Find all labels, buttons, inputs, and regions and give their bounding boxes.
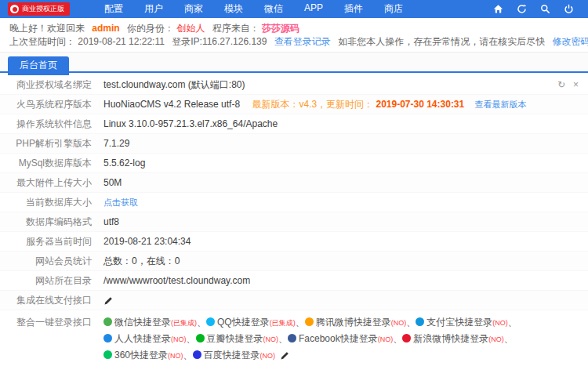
menu-item-modules[interactable]: 模块 — [224, 2, 243, 16]
row-login-label: 整合一键登录接口 — [0, 314, 103, 329]
row-domain: 商业授权域名绑定 test.cloundway.com (默认端口:80) ↻ … — [0, 75, 588, 95]
login-item-sina-weibo: 新浪微博快捷登录(NO) — [402, 333, 514, 344]
license-badge-label: 商业授权正版 — [22, 4, 64, 14]
panel-controls: ↻ × — [557, 79, 579, 90]
wechat-icon — [103, 317, 112, 326]
menu-item-app[interactable]: APP — [304, 2, 323, 16]
version-latest-label: 最新版本：v4.3，更新时间： — [252, 99, 373, 110]
login-item-alipay: 支付宝快捷登录(NO) — [416, 317, 517, 328]
welcome-text: 晚上好！欢迎回来 — [9, 23, 85, 34]
row-site-dir: 网站所在目录 /www/wwwroot/test.cloundway.com — [0, 271, 588, 291]
license-badge: 商业授权正版 — [8, 2, 70, 16]
menu-item-store[interactable]: 商店 — [384, 2, 403, 16]
tab-backend-home[interactable]: 后台首页 — [8, 56, 69, 75]
login-item-douban: 豆瓣快捷登录(NO) — [196, 333, 289, 344]
row-db-charset: 数据库编码格式 utf8 — [0, 212, 588, 232]
system-info-panel: 商业授权域名绑定 test.cloundway.com (默认端口:80) ↻ … — [0, 73, 588, 366]
row-server-time-label: 服务器当前时间 — [0, 235, 103, 248]
db-size-fetch-link[interactable]: 点击获取 — [103, 197, 138, 207]
row-site-dir-label: 网站所在目录 — [0, 274, 103, 288]
menu-item-merchants[interactable]: 商家 — [184, 2, 203, 16]
panel-close-icon[interactable]: × — [573, 79, 579, 90]
row-domain-value: test.cloundway.com (默认端口:80) — [103, 78, 245, 92]
security-warning: 如非您本人操作，存在异常情况，请在核实后尽快 — [338, 36, 545, 47]
last-login-time: 2019-08-21 12:22:11 — [78, 36, 165, 47]
menu-item-wechat[interactable]: 微信 — [264, 2, 283, 16]
main-menu: 配置 用户 商家 模块 微信 APP 插件 商店 — [104, 2, 403, 16]
row-version-label: 火鸟系统程序版本 — [0, 98, 103, 111]
panel-refresh-icon[interactable]: ↻ — [557, 79, 565, 90]
row-db-size-label: 当前数据库大小 — [0, 196, 103, 209]
row-os: 操作系统软件信息 Linux 3.10.0-957.21.3.el7.x86_6… — [0, 114, 588, 134]
row-server-time: 服务器当前时间 2019-08-21 23:04:34 — [0, 232, 588, 252]
facebook-icon — [288, 334, 296, 342]
view-login-records-link[interactable]: 查看登录记录 — [274, 36, 331, 47]
row-server-time-value: 2019-08-21 23:04:34 — [103, 236, 191, 247]
search-icon[interactable] — [540, 4, 550, 14]
login-item-360: 360快捷登录(NO) — [103, 350, 193, 361]
login-ip: 登录IP:116.27.126.139 — [172, 36, 267, 47]
login-item-qq: QQ快捷登录(已集成) — [206, 317, 305, 328]
login-item-tencent-weibo: 腾讯微博快捷登录(NO) — [305, 317, 416, 328]
row-upload-size: 最大附件上传大小 50M — [0, 173, 588, 193]
douban-icon — [196, 334, 205, 342]
version-latest-time: 2019-07-30 14:30:31 — [376, 99, 464, 110]
refresh-icon[interactable] — [517, 4, 527, 14]
home-icon[interactable] — [493, 4, 503, 14]
row-os-value: Linux 3.10.0-957.21.3.el7.x86_64/Apache — [103, 118, 278, 129]
source-label: 程序来自： — [212, 23, 260, 34]
menu-item-users[interactable]: 用户 — [144, 2, 163, 16]
menu-item-plugins[interactable]: 插件 — [344, 2, 363, 16]
version-current: HuoNiaoCMS v4.2 Release utf-8 — [103, 99, 240, 110]
edit-payment-icon[interactable] — [103, 296, 113, 306]
last-login-line: 上次登陆时间： 2019-08-21 12:22:11 登录IP:116.27.… — [9, 35, 579, 49]
sina-weibo-icon — [402, 334, 411, 342]
row-version-value: HuoNiaoCMS v4.2 Release utf-8 最新版本：v4.3，… — [103, 98, 527, 111]
qq-icon — [206, 317, 215, 326]
row-mysql-value: 5.5.62-log — [103, 158, 145, 169]
navbar-icons — [493, 4, 580, 14]
alipay-icon — [416, 317, 424, 326]
welcome-line: 晚上好！欢迎回来 admin 你的身份： 创始人 程序来自： 莎莎源码 — [9, 22, 579, 35]
row-db-charset-value: utf8 — [103, 216, 119, 227]
menu-item-config[interactable]: 配置 — [104, 2, 123, 16]
row-member-stats-value: 总数：0，在线：0 — [103, 255, 180, 268]
login-item-baidu: 百度快捷登录(NO) — [193, 350, 276, 361]
tab-bar: 后台首页 — [0, 53, 588, 73]
row-version: 火鸟系统程序版本 HuoNiaoCMS v4.2 Release utf-8 最… — [0, 95, 588, 114]
row-member-stats-label: 网站会员统计 — [0, 255, 103, 268]
row-db-charset-label: 数据库编码格式 — [0, 216, 103, 229]
row-site-dir-value: /www/wwwroot/test.cloundway.com — [103, 275, 250, 286]
row-db-size: 当前数据库大小 点击获取 — [0, 193, 588, 212]
row-os-label: 操作系统软件信息 — [0, 118, 103, 131]
row-mysql-label: MySql数据库版本 — [0, 157, 103, 170]
row-upload-size-value: 50M — [103, 177, 122, 188]
tencent-weibo-icon — [305, 317, 314, 326]
greeting-bar: 晚上好！欢迎回来 admin 你的身份： 创始人 程序来自： 莎莎源码 上次登陆… — [0, 18, 588, 53]
row-payment-label: 集成在线支付接口 — [0, 294, 103, 307]
identity-value: 创始人 — [176, 23, 205, 34]
360-icon — [103, 350, 112, 359]
last-login-label: 上次登陆时间： — [9, 36, 75, 47]
source-link[interactable]: 莎莎源码 — [262, 23, 299, 34]
baidu-icon — [193, 350, 201, 359]
power-icon[interactable] — [564, 4, 574, 14]
change-password-link[interactable]: 修改密码 — [552, 36, 588, 47]
row-login-integrations: 整合一键登录接口 微信快捷登录(已集成)QQ快捷登录(已集成)腾讯微博快捷登录(… — [0, 310, 588, 366]
login-item-renren: 人人快捷登录(NO) — [103, 333, 196, 344]
identity-label: 你的身份： — [127, 23, 174, 34]
login-item-facebook: Facebook快捷登录(NO) — [288, 333, 402, 344]
row-php-label: PHP解析引擎版本 — [0, 137, 103, 150]
login-item-wechat: 微信快捷登录(已集成) — [103, 317, 206, 328]
row-payment: 集成在线支付接口 — [0, 291, 588, 310]
top-navbar: 商业授权正版 配置 用户 商家 模块 微信 APP 插件 商店 — [0, 0, 588, 18]
row-domain-label: 商业授权域名绑定 — [0, 78, 103, 92]
renren-icon — [103, 334, 112, 342]
row-php: PHP解析引擎版本 7.1.29 — [0, 134, 588, 154]
edit-login-icon[interactable] — [280, 351, 289, 361]
view-latest-version-link[interactable]: 查看最新版本 — [475, 100, 527, 109]
row-mysql: MySql数据库版本 5.5.62-log — [0, 154, 588, 173]
brand-logo-icon — [10, 5, 19, 13]
row-php-value: 7.1.29 — [103, 138, 129, 149]
username: admin — [92, 23, 119, 34]
